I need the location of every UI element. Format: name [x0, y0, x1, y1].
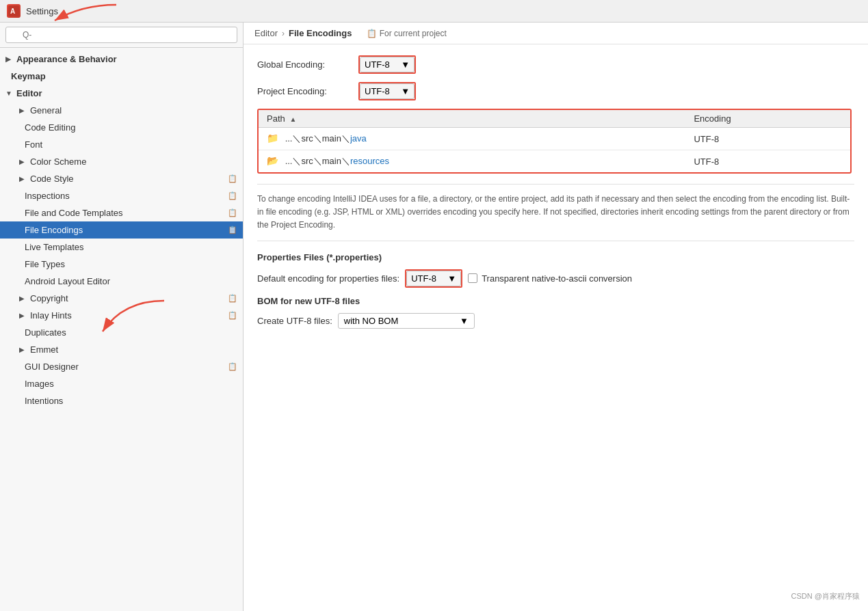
sidebar-item-label: Inlay Hints	[30, 310, 72, 321]
project-encoding-value: UTF-8	[365, 86, 390, 96]
bom-section: BOM for new UTF-8 files Create UTF-8 fil…	[257, 296, 854, 329]
global-encoding-row: Global Encoding: UTF-8 ▼	[257, 55, 854, 74]
create-utf8-label: Create UTF-8 files:	[257, 316, 332, 326]
folder-gray-icon: 📂	[267, 155, 278, 166]
sidebar-item-label: Editor	[16, 88, 42, 98]
sidebar-item-file-types[interactable]: File Types	[0, 256, 243, 273]
sidebar-item-android-layout[interactable]: Android Layout Editor	[0, 273, 243, 290]
path-blue: java	[350, 133, 367, 144]
global-encoding-label: Global Encoding:	[257, 59, 353, 70]
breadcrumb: Editor › File Encodings 📋 For current pr…	[244, 23, 868, 44]
properties-encoding-outline: UTF-8 ▼	[405, 269, 462, 288]
sidebar-tree: ▶ Appearance & Behavior Keymap ▼ Editor …	[0, 48, 243, 611]
encoding-column-header[interactable]: Encoding	[685, 110, 850, 128]
table-row: 📂 ...＼src＼main＼resources UTF-8	[259, 150, 850, 173]
properties-section: Properties Files (*.properties) Default …	[257, 252, 854, 288]
sidebar-item-copyright[interactable]: ▶ Copyright 📋	[0, 290, 243, 307]
properties-section-title: Properties Files (*.properties)	[257, 252, 854, 262]
encoding-cell-resources: UTF-8	[685, 150, 850, 173]
table-row: 📁 ...＼src＼main＼java UTF-8	[259, 128, 850, 150]
properties-encoding-value: UTF-8	[411, 273, 436, 284]
window-title: Settings	[26, 6, 58, 16]
encoding-table: Path ▲ Encoding 📁 ...＼src＼m	[259, 110, 850, 172]
sidebar-item-appearance[interactable]: ▶ Appearance & Behavior	[0, 51, 243, 68]
dropdown-arrow-icon: ▼	[401, 59, 410, 70]
path-header-text: Path	[267, 113, 285, 124]
project-encoding-label: Project Encoding:	[257, 86, 353, 96]
sidebar-item-intentions[interactable]: Intentions	[0, 392, 243, 409]
path-cell-resources: 📂 ...＼src＼main＼resources	[259, 150, 685, 173]
global-encoding-select[interactable]: UTF-8 ▼	[360, 57, 415, 72]
content-panel: Editor › File Encodings 📋 For current pr…	[244, 23, 868, 611]
main-layout: 🔍 ▶ Appearance & Behavior Keymap ▼ Edito…	[0, 23, 868, 611]
default-encoding-row: Default encoding for properties files: U…	[257, 269, 854, 288]
content-body: Global Encoding: UTF-8 ▼ Project Encodin…	[244, 44, 868, 611]
sidebar-item-label: File and Code Templates	[25, 208, 123, 218]
search-input[interactable]	[5, 27, 237, 43]
chevron-right-icon: ▶	[19, 346, 27, 353]
dropdown-arrow-icon: ▼	[447, 273, 456, 284]
svg-text:A: A	[10, 8, 15, 15]
sidebar-item-font[interactable]: Font	[0, 136, 243, 153]
breadcrumb-parent: Editor	[254, 28, 278, 38]
copy-icon: 📋	[228, 294, 237, 303]
path-prefix: ...＼src＼main＼	[285, 133, 350, 144]
sidebar-item-label: General	[30, 105, 62, 116]
properties-encoding-select[interactable]: UTF-8 ▼	[406, 271, 461, 286]
sidebar-item-keymap[interactable]: Keymap	[0, 68, 243, 85]
bom-section-title: BOM for new UTF-8 files	[257, 296, 854, 306]
sidebar-item-code-editing[interactable]: Code Editing	[0, 119, 243, 136]
info-text: To change encoding IntelliJ IDEA uses fo…	[257, 184, 854, 241]
sidebar-item-live-templates[interactable]: Live Templates	[0, 239, 243, 256]
transparent-checkbox[interactable]	[468, 273, 477, 283]
chevron-right-icon: ▶	[19, 175, 27, 182]
sidebar-item-label: File Types	[25, 259, 65, 269]
sidebar-item-editor[interactable]: ▼ Editor	[0, 85, 243, 102]
copy-icon: 📋	[228, 208, 237, 217]
sidebar-item-label: Font	[25, 139, 42, 150]
sidebar-item-label: Intentions	[25, 396, 63, 406]
sidebar-item-file-encodings[interactable]: File Encodings 📋	[0, 221, 243, 239]
path-blue: resources	[350, 156, 389, 166]
sidebar: 🔍 ▶ Appearance & Behavior Keymap ▼ Edito…	[0, 23, 244, 611]
chevron-right-icon: ▶	[5, 55, 14, 63]
sidebar-item-duplicates[interactable]: Duplicates	[0, 324, 243, 341]
sidebar-item-inspections[interactable]: Inspections 📋	[0, 187, 243, 204]
sidebar-item-emmet[interactable]: ▶ Emmet	[0, 341, 243, 358]
sidebar-item-label: Keymap	[11, 71, 46, 81]
sidebar-item-label: GUI Designer	[25, 362, 79, 372]
path-prefix: ...＼src＼main＼	[285, 156, 350, 166]
sidebar-item-gui-designer[interactable]: GUI Designer 📋	[0, 358, 243, 375]
sidebar-item-images[interactable]: Images	[0, 375, 243, 392]
sidebar-item-label: File Encodings	[25, 225, 83, 235]
sidebar-item-inlay-hints[interactable]: ▶ Inlay Hints 📋	[0, 307, 243, 324]
bom-value: with NO BOM	[344, 316, 398, 326]
sidebar-item-label: Images	[25, 379, 54, 389]
global-encoding-outline: UTF-8 ▼	[358, 55, 416, 74]
copy-icon: 📋	[228, 174, 237, 183]
sidebar-item-label: Color Scheme	[30, 157, 86, 167]
sidebar-item-file-code-templates[interactable]: File and Code Templates 📋	[0, 204, 243, 221]
transparent-checkbox-label: Transparent native-to-ascii conversion	[482, 273, 632, 284]
sidebar-item-label: Code Editing	[25, 122, 75, 133]
breadcrumb-link[interactable]: 📋 For current project	[367, 29, 446, 38]
encoding-cell-java: UTF-8	[685, 128, 850, 150]
transparent-checkbox-wrap: Transparent native-to-ascii conversion	[468, 273, 632, 284]
sidebar-item-label: Inspections	[25, 191, 70, 201]
sidebar-item-label: Live Templates	[25, 242, 83, 252]
copy-icon: 📋	[228, 362, 237, 371]
sidebar-item-label: Android Layout Editor	[25, 276, 110, 286]
encoding-table-outline: Path ▲ Encoding 📁 ...＼src＼m	[257, 109, 852, 174]
sidebar-item-label: Appearance & Behavior	[16, 54, 117, 64]
sidebar-item-code-style[interactable]: ▶ Code Style 📋	[0, 170, 243, 187]
search-wrap: 🔍	[0, 23, 243, 48]
sidebar-item-general[interactable]: ▶ General	[0, 102, 243, 119]
global-encoding-value: UTF-8	[365, 59, 390, 70]
project-encoding-select[interactable]: UTF-8 ▼	[360, 83, 415, 99]
bom-select[interactable]: with NO BOM ▼	[338, 313, 475, 329]
sidebar-item-color-scheme[interactable]: ▶ Color Scheme	[0, 153, 243, 170]
encoding-header-text: Encoding	[694, 113, 731, 124]
sidebar-item-label: Copyright	[30, 293, 68, 303]
app-icon: A	[7, 4, 21, 18]
path-column-header[interactable]: Path ▲	[259, 110, 685, 128]
